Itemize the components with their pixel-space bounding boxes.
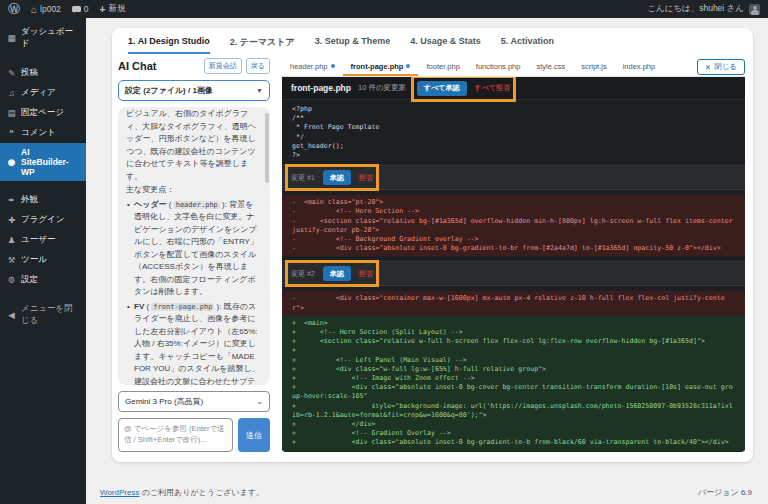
file-tab-label: script.js bbox=[581, 62, 606, 71]
user-greeting[interactable]: こんにちは、shuhei さん bbox=[647, 3, 744, 15]
code-line: + <!-- Left Panel (Main Visual) --> bbox=[292, 356, 735, 365]
model-select[interactable]: Gemini 3 Pro (高品質) ⌄ bbox=[118, 391, 270, 412]
sidebar-item-settings[interactable]: ⚙設定 bbox=[0, 270, 86, 290]
code-line: - <section class="relative bg-[#1a365d] … bbox=[292, 217, 735, 235]
code-del-block: - <main class="pt-20">- <!-- Hero Sectio… bbox=[282, 195, 745, 256]
message-bullet: ヘッダー ( header.php ): 背景を透明化し、文字色を白に変更。ナビ… bbox=[126, 199, 261, 299]
file-tab-header-php[interactable]: header.php bbox=[282, 58, 343, 76]
code-line: + <div class="absolute inset-0 bg-gradie… bbox=[292, 438, 735, 447]
reject-button[interactable]: 拒否 bbox=[359, 173, 373, 183]
approve-all-button[interactable]: すべて承認 bbox=[417, 81, 467, 96]
diff-controls: 変更 #1承認拒否 bbox=[291, 170, 373, 185]
tab-activation[interactable]: 5. Activation bbox=[501, 36, 554, 54]
comments-admin-bar[interactable]: 0 bbox=[72, 4, 89, 14]
file-tab-script-js[interactable]: script.js bbox=[573, 58, 614, 76]
chat-input[interactable]: @ でページを参照 (Enterで送信 / Shift+Enterで改行)... bbox=[118, 418, 233, 452]
sidebar-item-users[interactable]: ♟ユーザー bbox=[0, 230, 86, 250]
assistant-message-body: ビジュアル、右側のタイポグラフィ、大胆なタイポグラフィ、透明ヘッダー、円形ボタン… bbox=[126, 108, 261, 385]
code-line: + <section class="relative w-full h-scre… bbox=[292, 337, 735, 346]
sidebar-item-plugins[interactable]: ✚プラグイン bbox=[0, 210, 86, 230]
tab-setup-theme[interactable]: 3. Setup & Theme bbox=[315, 36, 391, 54]
sidebar-item-posts[interactable]: ✎投稿 bbox=[0, 63, 86, 83]
diff-change-label: 変更 #2 bbox=[291, 269, 315, 278]
back-button[interactable]: 戻る bbox=[246, 58, 270, 74]
code-del-block: - <div class="container max-w-[1600px] m… bbox=[282, 291, 745, 315]
code-line: + <div class="w-full lg:w-[65%] h-full r… bbox=[292, 365, 735, 374]
sidebar-item-ai-sitebuilder[interactable]: ◉AI SiteBuilder-WP bbox=[0, 143, 86, 181]
text-segment: FV bbox=[134, 302, 144, 311]
sidebar-item-label: ダッシュボード bbox=[21, 26, 79, 50]
site-menu[interactable]: ⌂ lp002 bbox=[31, 4, 61, 15]
sidebar-item-label: メニューを閉じる bbox=[21, 303, 79, 327]
chat-scrollbar[interactable] bbox=[265, 113, 269, 183]
users-icon: ♟ bbox=[7, 235, 16, 245]
avatar[interactable] bbox=[749, 4, 760, 15]
ai-chat-panel: AI Chat 新規会話 戻る 設定 (2ファイル) / 1画像 ▼ ビジュアル… bbox=[118, 58, 270, 452]
chevron-down-icon: ⌄ bbox=[256, 397, 263, 406]
sidebar-item-dashboard[interactable]: ▦ダッシュボード bbox=[0, 22, 86, 54]
diff-header-2: 変更 #2承認拒否 bbox=[282, 261, 745, 286]
tab-ai-design-studio[interactable]: 1. AI Design Studio bbox=[128, 36, 210, 54]
plugin-card: 1. AI Design Studio2. テーマストア3. Setup & T… bbox=[112, 28, 753, 462]
close-label: 閉じる bbox=[714, 62, 737, 72]
close-editor-button[interactable]: ✕ 閉じる bbox=[697, 59, 745, 75]
tab-theme-store[interactable]: 2. テーマストア bbox=[230, 36, 295, 54]
code-line: - <!-- Background Gradient overlay --> bbox=[292, 235, 735, 244]
comment-bubble-icon bbox=[72, 6, 81, 12]
sidebar-item-label: 固定ページ bbox=[21, 107, 64, 119]
new-content-menu[interactable]: + 新規 bbox=[100, 3, 126, 15]
file-tab-index-php[interactable]: index.php bbox=[615, 58, 664, 76]
approve-button[interactable]: 承認 bbox=[323, 170, 351, 185]
code-area[interactable]: <?php/** * Front Page Template */get_hea… bbox=[282, 100, 745, 452]
text-segment: ヘッダー bbox=[134, 200, 167, 209]
file-tab-label: footer.php bbox=[426, 62, 459, 71]
reject-button[interactable]: 拒否 bbox=[359, 269, 373, 279]
wordpress-logo-icon[interactable]: Ⓦ bbox=[8, 3, 20, 15]
sidebar-item-pages[interactable]: ▤固定ページ bbox=[0, 103, 86, 123]
sidebar-item-media[interactable]: ♫メディア bbox=[0, 83, 86, 103]
new-label: 新規 bbox=[108, 3, 125, 15]
admin-sidebar: ▦ダッシュボード✎投稿♫メディア▤固定ページ❝コメント◉AI SiteBuild… bbox=[0, 18, 86, 504]
file-tabs: header.phpfront-page.phpfooter.phpfuncti… bbox=[282, 58, 663, 76]
admin-bar: Ⓦ ⌂ lp002 0 + 新規 こんにちは、shuhei さん bbox=[0, 0, 768, 18]
thanks-text: WordPress のご利用ありがとうございます。 bbox=[100, 487, 264, 498]
message-paragraph: ビジュアル、右側のタイポグラフィ、大胆なタイポグラフィ、透明ヘッダー、円形ボタン… bbox=[126, 108, 261, 183]
file-tab-style-css[interactable]: style.css bbox=[528, 58, 573, 76]
message-bullet: FV ( front-page.php ): 既存のスライダーを廃止し、画像を参… bbox=[126, 301, 261, 386]
new-conversation-button[interactable]: 新規会話 bbox=[204, 58, 242, 74]
changes-count: 10 件の変更案 bbox=[358, 83, 406, 93]
text-segment: ): 既存のスライダーを廃止し、画像を参考にした左右分割レイアウト（左65%:人… bbox=[134, 302, 260, 386]
wordpress-link[interactable]: WordPress bbox=[100, 488, 139, 497]
code-line: - <main class="pt-20"> bbox=[292, 198, 735, 207]
text-segment: ( bbox=[167, 200, 174, 209]
file-tab-label: functions.php bbox=[476, 62, 521, 71]
sidebar-item-label: メディア bbox=[21, 87, 56, 99]
code-line: */ bbox=[292, 133, 735, 142]
context-select[interactable]: 設定 (2ファイル) / 1画像 ▼ bbox=[118, 80, 270, 101]
sidebar-item-collapse-menu[interactable]: ◀メニューを閉じる bbox=[0, 299, 86, 331]
code-line: + <main> bbox=[292, 319, 735, 328]
file-tab-functions-php[interactable]: functions.php bbox=[468, 58, 529, 76]
settings-icon: ⚙ bbox=[7, 275, 16, 285]
sidebar-item-appearance[interactable]: ✒外観 bbox=[0, 190, 86, 210]
sidebar-item-label: ユーザー bbox=[21, 234, 55, 246]
diff-change-label: 変更 #1 bbox=[291, 173, 315, 182]
send-button[interactable]: 送信 bbox=[238, 418, 270, 452]
approve-button[interactable]: 承認 bbox=[323, 266, 351, 281]
file-tab-front-page-php[interactable]: front-page.php bbox=[343, 58, 419, 76]
ai-sitebuilder-icon: ◉ bbox=[7, 157, 16, 167]
code-editor: header.phpfront-page.phpfooter.phpfuncti… bbox=[282, 58, 745, 452]
modified-dot-icon bbox=[406, 64, 410, 68]
code-line: + <!-- Image with Zoom effect --> bbox=[292, 374, 735, 383]
pin-icon: ✎ bbox=[7, 68, 16, 78]
sidebar-item-label: ツール bbox=[21, 254, 47, 266]
context-select-value: 設定 (2ファイル) / 1画像 bbox=[125, 85, 213, 96]
file-tab-footer-php[interactable]: footer.php bbox=[418, 58, 467, 76]
tab-usage-stats[interactable]: 4. Usage & Stats bbox=[410, 36, 481, 54]
pages-icon: ▤ bbox=[7, 108, 16, 118]
sidebar-item-comments[interactable]: ❝コメント bbox=[0, 123, 86, 143]
text-segment: ): 背景を透明化し、文字色を白に変更。ナビゲーションのデザインをシンプルにし、… bbox=[134, 200, 258, 297]
reject-all-button[interactable]: すべて拒否 bbox=[475, 83, 511, 93]
bulk-actions-highlight: すべて承認 すべて拒否 bbox=[417, 81, 510, 96]
sidebar-item-tools[interactable]: ⚒ツール bbox=[0, 250, 86, 270]
